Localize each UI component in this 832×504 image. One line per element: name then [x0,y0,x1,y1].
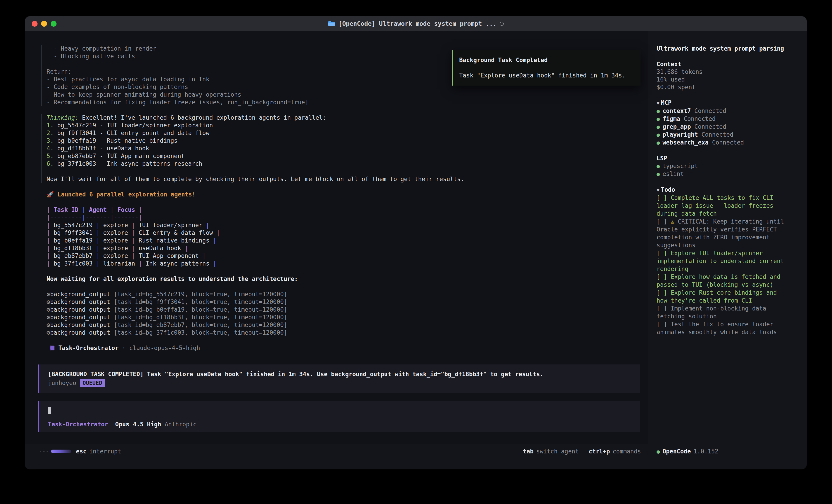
agent-line: Task-Orchestrator · claude-opus-4-5-high [50,344,640,352]
terminal-line: 1. bg_5547c219 - TUI loader/spinner expl… [47,121,640,129]
todo-checkbox: [ ] [656,305,671,312]
terminal-line: |---------|-------|-------| [47,214,640,221]
terminal-line: ⚙background_output [task_id=bg_eb87ebb7,… [47,321,640,329]
status-dot-icon: ● [656,131,660,139]
lsp-item: ●typescript [656,162,786,170]
status-dot-icon: ● [656,170,660,178]
folder-icon [328,21,336,27]
background-task-message-card: [BACKGROUND TASK COMPLETED] Task "Explor… [38,364,640,393]
esc-key-hint: esc [76,448,86,455]
terminal-line: | bg_f9ff3041 | explore | CLI entry & da… [47,229,640,236]
window-title-group: [OpenCode] Ultrawork mode system prompt … [25,20,807,27]
mcp-item: ●playwright Connected [656,131,786,139]
tab-key-label: switch agent [536,448,579,455]
mcp-header[interactable]: ▼MCP [656,99,786,107]
terminal-line: ⚙background_output [task_id=bg_5547c219,… [47,290,640,298]
context-stat: 16% used [656,76,786,83]
status-dot-icon: ● [656,448,660,455]
agent-square-icon [50,345,55,351]
terminal-line: ⚙background_output [task_id=bg_b0effa19,… [47,306,640,313]
terminal-line: | bg_5547c219 | explore | TUI loader/spi… [47,221,640,229]
todo-checkbox: [ ] [656,218,671,225]
session-title: Ultrawork mode system prompt parsing [656,45,786,52]
input-footer: Task-Orchestrator Opus 4.5 High Anthropi… [48,420,633,428]
terminal-line [47,168,640,175]
background-task-toast[interactable]: Background Task Completed Task "Explore … [452,50,641,86]
context-section: Context 31,686 tokens16% used$0.00 spent [656,60,786,91]
todo-text: Complete ALL tasks to fix CLI loader lag… [656,194,774,217]
sidebar: Ultrawork mode system prompt parsing Con… [648,31,807,444]
status-dot-icon: ● [656,107,660,115]
terminal-line: | bg_b0effa19 | explore | Rust native bi… [47,236,640,244]
conversation: - Heavy computation in render - Blocking… [47,45,640,344]
conversation-pane[interactable]: - Heavy computation in render - Blocking… [25,31,648,444]
terminal-line: 🚀 Launched 6 parallel exploration agents… [47,191,640,198]
todo-text: Explore Rust core bindings and how they'… [656,289,777,304]
todo-checkbox: [ ] [656,321,671,328]
esc-key-label: interrupt [89,448,121,455]
statusbar: esc interrupt tabswitch agent ctrl+pcomm… [25,444,807,459]
titlebar[interactable]: [OpenCode] Ultrawork mode system prompt … [25,16,807,31]
queued-badge: QUEUED [80,379,105,387]
context-header: Context [656,60,786,68]
input-agent-name: Task-Orchestrator [48,421,108,428]
terminal-line: | bg_37f1c003 | librarian | Ink async pa… [47,260,640,268]
lsp-header: LSP [656,155,786,162]
todo-item: [ ] Test the fix to ensure loader animat… [656,320,786,336]
ctrlp-key-hint: ctrl+p [589,448,610,455]
progress-bar [51,450,71,453]
minimize-button[interactable] [41,21,47,27]
terminal-block: 🚀 Launched 6 parallel exploration agents… [47,191,640,198]
input-model-name: Opus 4.5 High [115,421,161,428]
message-user: junhoyeo [48,379,76,387]
keyboard-hints: tabswitch agent ctrl+pcommands [523,448,641,455]
tab-key-hint: tab [523,448,534,455]
todo-item: [ ] Explore how data is fetched and pass… [656,273,786,289]
status-dot-icon: ● [656,115,660,123]
todo-header[interactable]: ▼Todo [656,186,786,194]
content-row: - Heavy computation in render - Blocking… [25,31,807,444]
terminal-line: 6. bg_37f1c003 - Ink async patterns rese… [47,160,640,168]
close-button[interactable] [32,21,37,27]
terminal-line: ⚙background_output [task_id=bg_f9ff3041,… [47,298,640,306]
zoom-button[interactable] [51,21,56,27]
todo-text: Explore TUI loader/spinner implementatio… [656,250,784,272]
terminal-line: 2. bg_f9ff3041 - CLI entry point and dat… [47,129,640,137]
toast-title: Background Task Completed [459,56,634,64]
input-provider-name: Anthropic [165,421,197,428]
agent-model: claude-opus-4-5-high [129,344,200,352]
terminal-block: ⚙background_output [task_id=bg_5547c219,… [47,290,640,336]
chevron-down-icon: ▼ [656,100,659,106]
statusbar-left: esc interrupt [40,448,121,455]
status-dot-icon: ● [656,123,660,131]
status-dot-icon: ● [656,139,660,146]
agent-separator: · [122,344,126,352]
app-version: 1.0.152 [694,448,719,455]
todo-item: [ ] Explore Rust core bindings and how t… [656,289,786,305]
agent-name: Task-Orchestrator [58,344,119,352]
terminal-line: 5. bg_eb87ebb7 - TUI App main component [47,152,640,160]
todo-text: Test the fix to ensure loader animates s… [656,321,777,336]
ctrlp-key-label: commands [613,448,641,455]
app-name: OpenCode [662,448,691,455]
todo-text: Implement non-blocking data fetching sol… [656,305,766,320]
lsp-item: ●eslint [656,170,786,178]
prompt-input[interactable]: Task-Orchestrator Opus 4.5 High Anthropi… [38,401,640,432]
todo-item: [ ] Complete ALL tasks to fix CLI loader… [656,194,786,218]
background-task-message-text: [BACKGROUND TASK COMPLETED] Task "Explor… [48,370,633,378]
todo-checkbox: [ ] [656,194,671,201]
toast-body: Task "Explore useData hook" finished in … [459,72,634,79]
terminal-line: Now waiting for all exploration results … [47,275,640,283]
spinner-dots-icon [40,451,48,452]
todo-item: [ ] Implement non-blocking data fetching… [656,305,786,320]
terminal-line: | bg_eb87ebb7 | explore | TUI App compon… [47,252,640,260]
window-title: [OpenCode] Ultrawork mode system prompt … [339,20,497,27]
todo-text: Explore how data is fetched and passed t… [656,274,780,288]
terminal-block: Thinking: Excellent! I've launched 6 bac… [41,114,640,183]
lsp-section: LSP ●typescript●eslint [656,155,786,178]
chevron-down-icon: ▼ [656,187,659,193]
text-cursor-icon [48,407,51,414]
mcp-item: ●grep_app Connected [656,123,786,131]
terminal-line: - Recommendations for fixing loader free… [47,99,640,106]
terminal-line: 4. bg_df18bb3f - useData hook [47,144,640,152]
